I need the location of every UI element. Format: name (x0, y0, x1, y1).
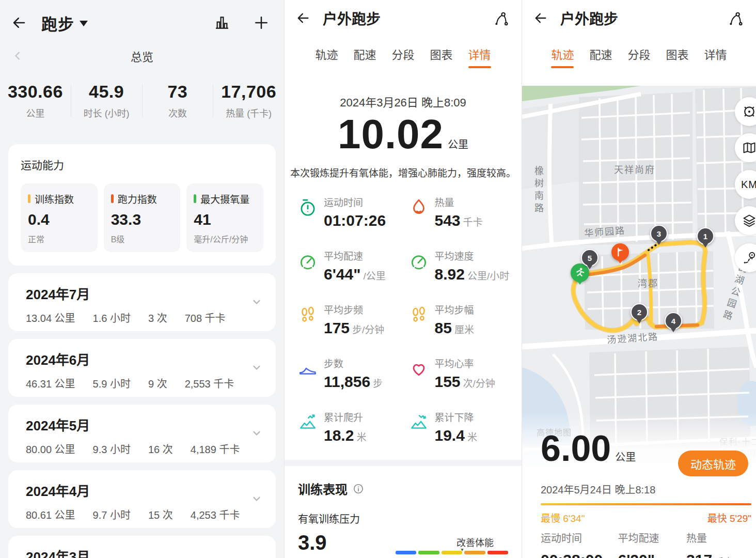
chevron-down-icon[interactable] (250, 361, 263, 374)
distance-display: 10.02 公里 (285, 111, 522, 158)
ability-title: 运动能力 (21, 157, 263, 172)
month-title: 2024年7月 (26, 284, 276, 303)
month-title: 2024年4月 (26, 481, 276, 500)
km-marker-1[interactable]: 1 (697, 227, 714, 245)
running-overview-panel: 跑步 总览 330.66公里 45.9时长 (小时) 73次数 17,706热量… (0, 0, 284, 558)
summary-stats: 330.66公里 45.9时长 (小时) 73次数 17,706热量 (千卡) (0, 82, 284, 119)
plus-icon[interactable] (253, 14, 270, 31)
finish-flag-marker[interactable] (611, 243, 629, 261)
route-map[interactable]: 天祥尚府 橡树南路 华师园路 湾郡 韵湖公园路 汤逊湖北路 高德地图 保利·十二… (522, 86, 756, 558)
map-label-estate: 天祥尚府 (614, 162, 655, 176)
page-title: 户外跑步 (323, 8, 381, 28)
workout-date: 2024年5月24日 晚上8:18 (541, 482, 655, 497)
chevron-down-icon[interactable] (250, 426, 263, 440)
stat-calories: 热量 543千卡 (409, 195, 520, 229)
stat-duration: 运动时间 00:38:00 (541, 530, 618, 558)
bar-chart-icon[interactable] (214, 14, 230, 31)
distance-value: 6.00 (541, 428, 611, 469)
pace-gradient-bar (541, 503, 751, 505)
result-stats: 运动时间 00:38:00 平均配速 6'20" 热量 317千卡 (541, 530, 756, 558)
month-card-june[interactable]: 2024年6月 46.31 公里5.9 小时9 次2,553 千卡 (8, 339, 276, 397)
stat-cadence: 平均步频 175步/分钟 (298, 302, 409, 337)
tab-charts[interactable]: 图表 (666, 45, 689, 68)
month-card-july[interactable]: 2024年7月 13.04 公里1.6 小时3 次708 千卡 (8, 273, 276, 331)
map-label-estate2: 湾郡 (638, 276, 658, 289)
tab-track[interactable]: 轨迹 (551, 45, 574, 68)
stat-avg-pace: 平均配速 6'44"/公里 (298, 249, 409, 283)
km-marker-5[interactable]: 5 (581, 249, 598, 267)
stat-heart-rate: 平均心率 155次/分钟 (409, 356, 520, 391)
dynamic-track-button[interactable]: 动态轨迹 (678, 451, 748, 476)
tab-track[interactable]: 轨迹 (315, 45, 338, 68)
share-icon[interactable] (728, 11, 743, 26)
share-icon[interactable] (494, 11, 508, 26)
training-index-card[interactable]: 训练指数 0.4 正常 (21, 183, 98, 252)
gauge-icon (409, 252, 429, 271)
vo2max-card[interactable]: 最大摄氧量 41 毫升/公斤/分钟 (186, 183, 263, 252)
stats-grid: 运动时间 01:07:26 热量 543千卡 平均配速 6'44"/公里 平均速… (285, 195, 522, 444)
month-title: 2024年6月 (26, 349, 276, 368)
distance-value: 10.02 (338, 111, 444, 158)
scale-pointer-icon: ▾ (461, 547, 463, 552)
track-header: 户外跑步 (522, 0, 756, 36)
workout-track-panel: 户外跑步 轨迹 配速 分段 图表 详情 (522, 0, 756, 558)
color-bar (28, 194, 30, 203)
stat-calories: 热量 317千卡 (686, 530, 756, 558)
color-bar (111, 194, 114, 203)
descent-icon (409, 413, 429, 432)
total-calories: 17,706 (213, 82, 284, 102)
gauge-icon (298, 252, 318, 271)
track-tabs: 轨迹 配速 分段 图表 详情 (522, 36, 756, 86)
stat-steps: 步数 11,856步 (298, 356, 409, 391)
page-title[interactable]: 跑步 (41, 11, 74, 35)
fastest-pace: 最快 5'29" (707, 510, 751, 524)
dropdown-caret-icon[interactable] (80, 21, 88, 30)
tab-pace[interactable]: 配速 (353, 45, 376, 68)
map-label-road-mid: 华师园路 (584, 223, 626, 239)
stat-duration: 运动时间 01:07:26 (298, 195, 409, 229)
tab-details[interactable]: 详情 (468, 45, 491, 68)
aerobic-stress-row: 3.9 改善体能 ▾ (298, 531, 508, 554)
info-icon[interactable] (353, 483, 364, 494)
aerobic-stress-value: 3.9 (298, 531, 327, 554)
shoe-icon (298, 359, 318, 379)
back-arrow-icon[interactable] (533, 11, 548, 25)
distance-unit: 公里 (615, 449, 636, 464)
aerobic-stress-label: 有氧训练压力 (298, 511, 508, 526)
result-distance: 6.00 公里 (541, 428, 636, 469)
detail-header: 户外跑步 (285, 0, 522, 36)
run-power-card[interactable]: 跑力指数 33.3 B级 (104, 183, 181, 252)
back-arrow-icon[interactable] (296, 11, 310, 25)
map-label-road-left: 橡树南路 (531, 166, 545, 215)
tab-splits[interactable]: 分段 (391, 45, 414, 68)
stress-scale: 改善体能 ▾ (396, 535, 508, 554)
tab-details[interactable]: 详情 (704, 45, 727, 68)
chevron-down-icon[interactable] (250, 492, 263, 505)
footsteps-icon (298, 305, 318, 325)
overview-row: 总览 (0, 45, 284, 66)
stopwatch-icon (298, 198, 318, 218)
month-card-april[interactable]: 2024年4月 80.61 公里9.7 小时15 次4,253 千卡 (8, 470, 276, 528)
flame-icon (409, 198, 429, 218)
workout-summary-text: 本次锻炼提升有氧体能，增强心肺能力，强度较高。 (285, 165, 522, 179)
total-hours: 45.9 (71, 82, 142, 102)
month-title: 2024年5月 (26, 415, 276, 434)
chevron-left-icon[interactable] (12, 49, 24, 63)
heart-icon (409, 359, 429, 379)
tab-pace[interactable]: 配速 (589, 45, 612, 68)
back-arrow-icon[interactable] (11, 15, 27, 30)
chevron-down-icon[interactable] (250, 295, 263, 308)
workout-date: 2024年3月26日 晚上8:09 (285, 93, 522, 110)
slowest-pace: 最慢 6'34" (541, 510, 585, 524)
tab-splits[interactable]: 分段 (627, 45, 650, 68)
stat-ascent: 累计爬升 18.2米 (298, 410, 409, 444)
tab-charts[interactable]: 图表 (430, 45, 453, 68)
km-marker-4[interactable]: 4 (665, 312, 682, 330)
km-marker-3[interactable]: 3 (650, 225, 668, 242)
training-performance-title: 训练表现 (298, 479, 508, 498)
km-marker-2[interactable]: 2 (631, 303, 648, 321)
month-card-march[interactable]: 2024年3月 74.30 公里8.8 小时17 次3,921 千卡 (8, 536, 276, 558)
total-distance: 330.66 (0, 82, 71, 102)
month-card-may[interactable]: 2024年5月 80.00 公里9.3 小时16 次4,189 千卡 (8, 405, 276, 462)
month-title: 2024年3月 (26, 546, 276, 558)
